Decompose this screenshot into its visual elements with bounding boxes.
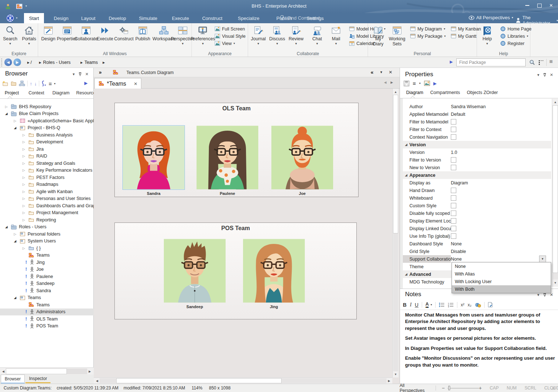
ribbon-item-journal[interactable]: Journal▼ <box>249 25 268 45</box>
tab-close-icon[interactable]: ✕ <box>134 81 137 86</box>
property-checkbox[interactable] <box>451 233 456 239</box>
ribbon-item-search[interactable]: Search▼ <box>1 25 20 45</box>
ribbon-item-perspective[interactable]: Perspective▼ <box>173 25 192 45</box>
nav-forward-button[interactable]: ▶ <box>13 58 21 66</box>
tree-item-sandra[interactable]: !Sandra <box>0 287 94 294</box>
font-color-button[interactable]: A <box>425 302 429 308</box>
tree-item-personal-folders[interactable]: ▷Personal folders <box>0 230 94 238</box>
property-section-appearance[interactable]: ◢Appearance <box>403 171 551 179</box>
property-row-hand-drawn[interactable]: Hand Drawn <box>403 187 551 194</box>
ribbon-tab-execute[interactable]: Execute <box>167 13 194 23</box>
tree-item-agile-with-kanban[interactable]: ▷Agile with Kanban <box>0 188 94 195</box>
tree-item-jing[interactable]: !Jing <box>0 259 94 266</box>
ribbon-tab-layout[interactable]: Layout <box>76 13 101 23</box>
breadcrumb-item[interactable]: Teams <box>84 60 98 65</box>
ribbon-item-properties[interactable]: Properties <box>58 25 77 42</box>
menu-icon[interactable]: ≡ <box>549 58 553 65</box>
actor-sandeep[interactable]: Sandeep <box>164 239 226 303</box>
property-checkbox[interactable] <box>451 218 456 224</box>
scroll-thumb[interactable] <box>553 105 558 273</box>
browser-play-icon[interactable]: ▶ <box>84 81 88 86</box>
find-package-input[interactable]: Find Package <box>456 58 526 66</box>
tree-item-personas-and-user-stories[interactable]: ▷Personas and User Stories <box>0 195 94 203</box>
property-row-custom-style[interactable]: Custom Style <box>403 202 551 209</box>
scroll-right-button[interactable]: ▶ <box>387 378 392 383</box>
collapse-pane-icon[interactable]: « <box>371 69 373 75</box>
tree-item-teams[interactable]: Teams <box>0 252 94 259</box>
maximize-button[interactable] <box>533 0 546 11</box>
support-collaboration-dropdown[interactable]: NoneWith AliasWith Locking UserWith Both <box>452 262 551 293</box>
scroll-up-button[interactable]: ▲ <box>553 99 558 105</box>
collapsed-arrow-icon[interactable]: ▷ <box>23 154 25 158</box>
pane-caret-icon[interactable]: ▼ <box>380 70 383 74</box>
tree-item-project-management[interactable]: ▷Project Management <box>0 209 94 217</box>
browser-tab-project[interactable]: Project <box>1 89 22 97</box>
hamburger-caret-icon[interactable]: ▾ <box>54 82 56 85</box>
dropdown-option-with-alias[interactable]: With Alias <box>452 270 551 278</box>
bottom-tab-browser[interactable]: Browser <box>1 375 25 384</box>
ribbon-item-libraries[interactable]: Libraries▾ <box>500 33 531 39</box>
diagram-canvas[interactable]: OLS TeamSandraPauleneJoePOS TeamSandeepJ… <box>94 89 392 377</box>
collapsed-arrow-icon[interactable]: ▷ <box>23 147 25 151</box>
zoom-slider[interactable] <box>448 385 476 391</box>
ribbon-item-workspace[interactable]: Workspace <box>154 25 173 42</box>
scroll-left-button[interactable]: ◀ <box>94 378 100 383</box>
notes-text[interactable]: Monitor Chat Messages from users and tea… <box>400 309 558 372</box>
collapsed-arrow-icon[interactable]: ▷ <box>23 218 25 222</box>
ribbon-item-my-gantt[interactable]: My Gantt <box>451 33 481 39</box>
ribbon-item-review[interactable]: Review▼ <box>287 25 306 45</box>
tree-item-teams[interactable]: Teams <box>0 301 94 309</box>
ribbon-item-my-package[interactable]: My Package▾ <box>410 33 446 39</box>
dropdown-option-with-both[interactable]: With Both <box>452 285 551 293</box>
team-box-ols-team[interactable]: OLS TeamSandraPauleneJoe <box>114 103 359 197</box>
property-row-filter-to-metamodel[interactable]: Filter to Metamodel <box>403 118 551 126</box>
property-row-context-navigation[interactable]: Context Navigation <box>403 133 551 141</box>
actor-jing[interactable]: Jing <box>243 239 305 303</box>
collapsed-arrow-icon[interactable]: ▷ <box>23 211 25 215</box>
property-checkbox[interactable] <box>451 211 456 216</box>
ribbon-item-my-diagram[interactable]: My Diagram▾ <box>410 26 446 32</box>
tree-item-paulene[interactable]: !Paulene <box>0 273 94 280</box>
dropdown-option-none[interactable]: None <box>452 262 551 270</box>
superscript-button[interactable]: x² <box>461 302 464 307</box>
property-section-version[interactable]: ◢Version <box>403 141 551 148</box>
collapsed-arrow-icon[interactable]: ▷ <box>5 105 8 109</box>
menu-icon[interactable]: ≡ <box>413 80 416 86</box>
browser-hscrollbar[interactable]: ◀▶ <box>0 367 94 375</box>
section-collapse-icon[interactable]: ◢ <box>403 273 409 276</box>
property-checkbox[interactable] <box>451 226 456 231</box>
diagram-tab-teams[interactable]: *Teams✕ <box>94 78 141 89</box>
ribbon-item-my-kanban[interactable]: My Kanban <box>451 26 481 32</box>
tree-item-pos-team[interactable]: !POS Team <box>0 323 94 330</box>
properties-vscrollbar[interactable]: ▲▼ <box>552 99 558 287</box>
property-checkbox[interactable] <box>451 188 456 193</box>
ribbon-item-discuss[interactable]: Discuss▼ <box>268 25 287 45</box>
ribbon-item-mail[interactable]: Mail▼ <box>327 25 345 45</box>
tree-item-roles-users[interactable]: ◢Roles - Users <box>0 224 94 231</box>
bold-button[interactable]: B <box>403 302 407 308</box>
collapsed-arrow-icon[interactable]: ▷ <box>23 176 25 179</box>
tree-item-blue-claim-projects[interactable]: ◢Blue Claim Projects <box>0 110 94 118</box>
status-toggle-cap[interactable]: CAP <box>490 385 499 391</box>
font-color-caret-icon[interactable]: ▾ <box>430 303 432 306</box>
tree-item-roadmaps[interactable]: ▷Roadmaps <box>0 181 94 188</box>
property-row-disable-fully-scoped-o-[interactable]: Disable fully scoped o... <box>403 209 551 217</box>
collapsed-arrow-icon[interactable]: ▷ <box>23 168 25 172</box>
minimize-button[interactable] <box>521 0 533 11</box>
zoom-in-button[interactable]: + <box>479 385 482 391</box>
tree-item-pest-factors[interactable]: ▷PEST Factors <box>0 174 94 181</box>
properties-tab-objects-zorder[interactable]: Objects ZOrder <box>464 89 501 97</box>
property-checkbox[interactable] <box>451 127 456 132</box>
ribbon-item-construct[interactable]: Construct <box>114 25 133 42</box>
collapsed-arrow-icon[interactable]: ▷ <box>23 246 25 250</box>
tree-item-joe[interactable]: !Joe <box>0 266 94 273</box>
ribbon-item-preferences[interactable]: Preferences▼ <box>193 25 213 45</box>
ribbon-item-home-page[interactable]: Home Page <box>500 26 531 32</box>
bottom-tab-inspector[interactable]: Inspector <box>25 375 50 383</box>
property-row-display-linked-docu-[interactable]: Display Linked Docu... <box>403 225 551 232</box>
panel-close-icon[interactable]: ✕ <box>85 72 89 77</box>
ribbon-item-visual-style[interactable]: Visual Style <box>215 33 246 39</box>
zoom-out-button[interactable]: − <box>442 385 445 391</box>
property-row-whiteboard[interactable]: Whiteboard <box>403 194 551 202</box>
zoom-slider-thumb[interactable] <box>448 386 450 390</box>
